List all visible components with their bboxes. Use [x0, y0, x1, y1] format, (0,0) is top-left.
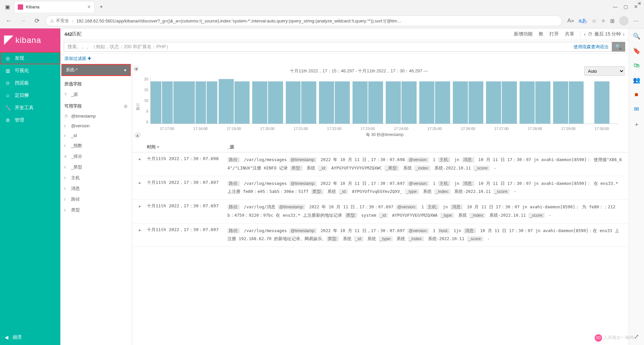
- time-cell: 十月11th 2022，17：30：07.697: [147, 227, 227, 233]
- table-row: ▸ 十月11th 2022，17：30：07.697 路径: /var/log/…: [132, 223, 629, 247]
- nav-icon: ◎: [5, 56, 11, 61]
- bar: [520, 81, 535, 124]
- sidebar-item-0[interactable]: ◎发现: [0, 52, 60, 64]
- bar: [252, 81, 267, 124]
- logo[interactable]: kibana: [0, 28, 60, 52]
- read-aloud-icon[interactable]: A»: [568, 18, 574, 24]
- nav-label: 挡泥板: [15, 80, 29, 86]
- address-actions: A» aあ ☆ ✧ ⊞ ⋯: [566, 16, 641, 25]
- topbar-action[interactable]: 新增功能: [514, 31, 533, 37]
- field-row[interactable]: t路径: [60, 194, 132, 205]
- field-row[interactable]: t_id: [60, 131, 132, 140]
- sidebar-item-3[interactable]: ☺定日狮: [0, 89, 60, 101]
- refresh-button[interactable]: ⟳: [32, 15, 42, 26]
- maximize-icon[interactable]: ▢: [624, 4, 628, 9]
- field-name: _id: [71, 133, 77, 138]
- field-type-icon: t: [64, 208, 68, 212]
- gear-icon[interactable]: ⚙: [124, 104, 128, 109]
- back-button[interactable]: ←: [3, 15, 14, 26]
- field-row[interactable]: #_得分: [60, 151, 132, 162]
- field-row[interactable]: t@version: [60, 121, 132, 131]
- search-row: 搜索。。。（例如，状态：200 和扩展名：PHP） 使用琉森查询语法 🔍: [60, 40, 629, 54]
- outlook-icon[interactable]: ✉: [634, 106, 639, 113]
- next-time-icon[interactable]: ›: [623, 31, 625, 37]
- minimize-icon[interactable]: ―: [613, 4, 618, 9]
- browser-tab[interactable]: Kibana ✕: [14, 1, 95, 12]
- field-row[interactable]: t_指数: [60, 140, 132, 151]
- field-row[interactable]: t主机: [60, 172, 132, 183]
- office-icon[interactable]: ■: [635, 91, 638, 98]
- scroll-top-icon[interactable]: ▲: [134, 132, 141, 139]
- bar: [268, 81, 283, 124]
- tag-icon[interactable]: 🔖: [633, 47, 640, 55]
- sidebar-collapse[interactable]: ◀ 崩溃: [0, 330, 60, 345]
- bar: [386, 81, 401, 124]
- people-icon[interactable]: 👥: [633, 76, 640, 84]
- field-name: _指数: [71, 143, 82, 149]
- search-icon[interactable]: 🔍: [633, 32, 640, 40]
- shopping-icon[interactable]: 🛍: [634, 62, 640, 69]
- field-type-icon: t: [64, 124, 68, 128]
- favorite-icon[interactable]: ☆: [592, 18, 596, 24]
- query-syntax-link[interactable]: 使用琉森查询语法: [574, 44, 608, 50]
- collections-icon[interactable]: ✧: [601, 18, 605, 24]
- field-row[interactable]: ⏱@timestamp: [60, 111, 132, 121]
- nav-label: 发现: [15, 55, 24, 61]
- expand-rail-icon[interactable]: ⤢: [634, 333, 639, 340]
- profile-avatar[interactable]: [619, 16, 629, 25]
- translate-icon[interactable]: aあ: [579, 17, 587, 24]
- table-row: ▸ 十月11th 2022，17：30：07.697 路径: /var/log/…: [132, 176, 629, 200]
- histogram-chart[interactable]: 数计 20151050 17:17:0017:18:0017:19:0017:2…: [132, 77, 629, 131]
- sidebar-item-5[interactable]: ⚙管理: [0, 114, 60, 126]
- field-type-icon: t: [64, 134, 68, 138]
- menu-icon[interactable]: ⋯: [633, 18, 639, 24]
- expand-row-icon[interactable]: ▸: [139, 203, 147, 209]
- nav-label: 开发工具: [15, 105, 34, 111]
- browser-chrome: ▣ Kibana ✕ ＋ ― ▢ ✕ ← → ⟳ ⚠ 不安全 | 192.168…: [0, 0, 644, 28]
- sidebar-item-1[interactable]: ▥可视化: [0, 64, 60, 77]
- close-tab-icon[interactable]: ✕: [87, 4, 91, 9]
- chevron-down-icon: ▾: [124, 68, 126, 73]
- col-time-header[interactable]: 时间 ▾: [147, 144, 227, 150]
- expand-row-icon[interactable]: ▸: [139, 180, 147, 185]
- bar: [486, 81, 501, 124]
- field-name: _类型: [71, 164, 82, 170]
- bar: [535, 81, 550, 124]
- field-row[interactable]: t消息: [60, 183, 132, 194]
- table-row: ▸ 十月11th 2022，17：30：07.697 路径: /var/log/…: [132, 200, 629, 223]
- field-row[interactable]: t类型: [60, 205, 132, 215]
- collapse-fields-icon[interactable]: ◀: [133, 66, 139, 72]
- selected-fields-header: 所选字段: [60, 78, 132, 89]
- time-picker[interactable]: ‹ ⏱ 最后 15 分钟 ›: [580, 31, 625, 37]
- sidebar-item-2[interactable]: ⊙挡泥板: [0, 77, 60, 89]
- results-area: 十月11th 2022，17：15：46.297 - 十月11th 2022，1…: [132, 64, 629, 345]
- forward-button[interactable]: →: [17, 15, 28, 26]
- expand-row-icon[interactable]: ▸: [139, 156, 147, 161]
- panel-toggle-icon[interactable]: ▣: [3, 2, 12, 11]
- index-pattern-select[interactable]: 系统-* ▾: [62, 65, 130, 75]
- field-type-icon: ⏱: [64, 114, 68, 118]
- field-row[interactable]: t_类型: [60, 162, 132, 172]
- expand-row-icon[interactable]: ▸: [139, 227, 147, 232]
- browser-side-rail: 🔍 🔖 🛍 👥 ■ ✉ ＋ ⤢: [629, 28, 644, 345]
- field-type-icon: t: [64, 165, 68, 169]
- bar: [419, 81, 434, 124]
- topbar-action[interactable]: 救: [539, 31, 543, 37]
- field-type-icon: t: [64, 144, 68, 148]
- content-area: 442 匹配 新增功能救打开共享 ‹ ⏱ 最后 15 分钟 › 搜索。。。（例如…: [60, 28, 629, 345]
- sidebar-item-4[interactable]: 🔧开发工具: [0, 101, 60, 114]
- search-input[interactable]: 搜索。。。（例如，状态：200 和扩展名：PHP） 使用琉森查询语法: [64, 42, 612, 52]
- address-field[interactable]: ⚠ 不安全 | 192.168.62.50:5601/app/kibana#/d…: [46, 15, 562, 26]
- prev-time-icon[interactable]: ‹: [584, 31, 586, 37]
- add-filter-link[interactable]: 添加过滤器 ✚: [64, 56, 91, 61]
- field-row[interactable]: ?_源: [60, 89, 132, 100]
- chart-footer: ▲ 每 30 秒@timestamp: [132, 131, 629, 142]
- add-tool-icon[interactable]: ＋: [634, 120, 640, 128]
- extensions-icon[interactable]: ⊞: [610, 18, 614, 24]
- col-source-header[interactable]: _源: [227, 144, 622, 150]
- topbar-action[interactable]: 打开: [549, 31, 559, 37]
- new-tab-button[interactable]: ＋: [97, 2, 106, 11]
- interval-select[interactable]: Auto: [584, 66, 625, 76]
- topbar-action[interactable]: 共享: [565, 31, 574, 37]
- search-button[interactable]: 🔍: [612, 42, 625, 52]
